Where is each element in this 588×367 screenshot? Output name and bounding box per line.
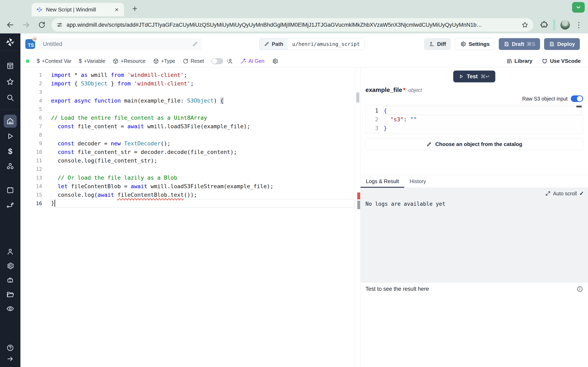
tab-history[interactable]: History	[404, 175, 432, 188]
info-icon[interactable]	[577, 286, 583, 292]
runs-play-icon	[6, 132, 14, 140]
code-line[interactable]: 13 // Or load the file lazily as a Blob	[20, 173, 360, 182]
use-vscode-button[interactable]: Use VScode	[541, 58, 581, 64]
autoscroll-control[interactable]: Auto scroll ✓	[545, 190, 584, 197]
deploy-button[interactable]: Deploy	[544, 38, 580, 50]
code-line[interactable]: 10 const file_content_str = decoder.deco…	[20, 148, 360, 156]
draft-button[interactable]: Draft ⌘S	[499, 38, 540, 50]
sidebar-item-variables[interactable]: $	[4, 145, 17, 158]
app-sidebar: $	[0, 33, 20, 367]
package-icon	[153, 58, 159, 64]
code-line[interactable]: 3	[20, 88, 360, 96]
extensions-puzzle-icon[interactable]	[540, 21, 548, 29]
sidebar-item-workers[interactable]	[4, 274, 17, 287]
sidebar-item-schedules[interactable]	[4, 184, 17, 197]
code-line[interactable]: 1import * as wmill from 'windmill-client…	[20, 71, 360, 79]
scrollbar-thumb[interactable]	[356, 92, 359, 102]
result-area: Test to see the result here	[361, 282, 588, 367]
path-group[interactable]: Path u/henri/amusing_script	[259, 38, 364, 50]
line-number: 1	[366, 108, 384, 114]
code-line[interactable]: 7 const file_content = await wmill.loadS…	[20, 122, 360, 131]
address-bar[interactable]	[52, 18, 533, 32]
code-line[interactable]: 11 console.log(file_content_str);	[20, 156, 360, 165]
multiplayer-toggle[interactable]	[211, 58, 223, 64]
tab-close-icon[interactable]: ×	[114, 6, 120, 13]
sidebar-item-resources[interactable]	[4, 160, 17, 173]
raw-s3-toggle[interactable]	[571, 95, 583, 102]
pencil-icon	[264, 42, 269, 47]
browser-tab[interactable]: New Script | Windmill ×	[32, 3, 124, 16]
path-value[interactable]: u/henri/amusing_script	[288, 38, 364, 50]
autoscroll-label: Auto scroll	[553, 191, 577, 197]
reload-icon[interactable]	[38, 21, 46, 29]
code-lines: 1import * as wmill from 'windmill-client…	[20, 71, 360, 208]
code-line[interactable]: 9 const decoder = new TextDecoder();	[20, 139, 360, 148]
sidebar-divider	[0, 50, 20, 51]
sidebar-item-workspace[interactable]	[4, 59, 17, 72]
tab-title: New Script | Windmill	[46, 7, 111, 13]
code-line[interactable]: 3}	[366, 124, 583, 133]
add-type-button[interactable]: +Type	[153, 58, 175, 64]
draft-label: Draft	[512, 41, 524, 47]
edit-pencil-icon[interactable]	[192, 41, 198, 47]
browser-menu-icon[interactable]: ⋮	[575, 21, 582, 29]
bookmark-star-icon[interactable]	[521, 21, 528, 28]
reset-button[interactable]: Reset	[182, 58, 204, 64]
code-line[interactable]: 12	[20, 165, 360, 173]
profile-avatar[interactable]	[561, 20, 570, 30]
ai-gen-button[interactable]: AI Gen	[240, 58, 264, 64]
add-context-var-button[interactable]: $ +Context Var	[37, 58, 71, 64]
editor-scrollbar[interactable]	[355, 68, 360, 367]
back-icon[interactable]	[6, 21, 14, 29]
diff-button[interactable]: Diff	[424, 38, 451, 50]
code-line[interactable]: 15 console.log(await fileContentBlob.tex…	[20, 191, 360, 199]
code-line[interactable]: 4export async function main(example_file…	[20, 96, 360, 105]
sidebar-item-flows[interactable]	[4, 199, 17, 212]
code-editor[interactable]: 1import * as wmill from 'windmill-client…	[20, 68, 360, 367]
site-settings-icon[interactable]	[56, 22, 63, 28]
add-resource-button[interactable]: +Resource	[112, 58, 146, 64]
json-scrollbar[interactable]	[576, 106, 582, 108]
sidebar-item-search[interactable]	[4, 91, 17, 104]
settings-button[interactable]: Settings	[455, 38, 495, 50]
library-icon	[506, 58, 512, 64]
json-arg-editor[interactable]: 1{2 "s3": ""3}	[365, 105, 583, 134]
tab-logs-result[interactable]: Logs & Result	[361, 175, 404, 188]
url-input[interactable]	[67, 22, 518, 28]
help-icon[interactable]	[4, 342, 17, 353]
code-text: import * as wmill from 'windmill-client'…	[51, 72, 187, 78]
line-number: 3	[20, 89, 51, 95]
code-line[interactable]: 16}	[20, 199, 360, 208]
sidebar-item-audit[interactable]	[4, 302, 17, 315]
sidebar-item-settings[interactable]	[4, 259, 17, 272]
script-name-input[interactable]	[38, 38, 202, 50]
sidebar-item-folders[interactable]	[4, 288, 17, 301]
code-line[interactable]: 8	[20, 131, 360, 139]
editor-settings-gear-icon[interactable]	[272, 58, 278, 64]
choose-object-button[interactable]: Choose an object from the catalog	[365, 138, 583, 150]
code-line[interactable]: 6// Load the entire file_content as a Ui…	[20, 113, 360, 122]
path-button[interactable]: Path	[259, 38, 288, 50]
windmill-logo-icon[interactable]	[6, 38, 15, 47]
sidebar-item-favorites[interactable]	[4, 75, 17, 88]
code-line[interactable]: 5	[20, 105, 360, 113]
editor-toolbar: $ +Context Var $ +Variable +Resource +Ty…	[20, 55, 588, 68]
code-line[interactable]: 2 "s3": ""	[366, 115, 583, 124]
code-line[interactable]: 14 let fileContentBlob = await wmill.loa…	[20, 182, 360, 191]
add-variable-button[interactable]: $ +Variable	[79, 58, 105, 64]
code-line[interactable]: 2import { S3Object } from 'windmill-clie…	[20, 79, 360, 88]
sidebar-item-user[interactable]	[4, 245, 17, 258]
diff-label: Diff	[437, 41, 446, 47]
code-line[interactable]: 1{	[366, 106, 583, 115]
sidebar-item-home[interactable]	[4, 115, 17, 128]
forward-icon[interactable]	[22, 21, 30, 29]
chrome-corner-button[interactable]	[572, 2, 585, 13]
sidebar-item-runs[interactable]	[4, 130, 17, 143]
path-label: Path	[272, 41, 283, 47]
browser-window: New Script | Windmill × +	[0, 0, 588, 367]
library-button[interactable]: Library	[506, 58, 532, 64]
new-tab-button[interactable]: +	[132, 4, 138, 13]
line-number: 3	[366, 125, 384, 131]
expand-arrow-icon[interactable]	[4, 354, 17, 363]
test-button[interactable]: Test ⌘↵	[453, 71, 495, 82]
